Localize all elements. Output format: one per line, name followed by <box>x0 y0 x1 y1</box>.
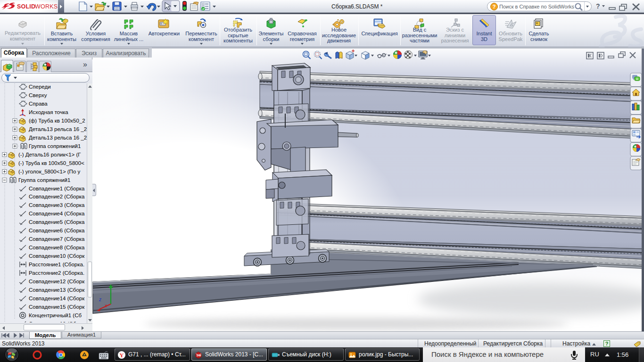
svg-text:Совпадение6 (Сборка: Совпадение6 (Сборка <box>29 228 85 233</box>
svg-text:Деталь13 рельса 16 _2: Деталь13 рельса 16 _2 <box>29 135 87 140</box>
svg-text:Совпадение16 (Сборк: Совпадение16 (Сборк <box>29 321 85 322</box>
svg-text:Группа сопряжений1: Группа сопряжений1 <box>29 143 81 149</box>
svg-text:Концентричный1 (Сб: Концентричный1 (Сб <box>29 313 82 318</box>
svg-text:Деталь13 рельса 16 _2: Деталь13 рельса 16 _2 <box>29 126 87 132</box>
svg-text:Совпадение12 (Сборк: Совпадение12 (Сборк <box>29 279 85 284</box>
svg-text:Y: Y <box>119 352 124 359</box>
svg-text:Группа сопряжений1: Группа сопряжений1 <box>18 177 70 183</box>
svg-text:Расстояние1 (Сборка.: Расстояние1 (Сборка. <box>29 262 84 267</box>
svg-text:Совпадение8 (Сборка: Совпадение8 (Сборка <box>29 245 85 250</box>
svg-text:Справа: Справа <box>29 101 48 107</box>
svg-text:(ф) Труба кв 100x50_2: (ф) Труба кв 100x50_2 <box>29 118 85 123</box>
svg-text:(-) уголок_5800<1> (По у: (-) уголок_5800<1> (По у <box>18 169 80 174</box>
svg-text:?: ? <box>493 4 496 9</box>
svg-text:Совпадение4 (Сборка: Совпадение4 (Сборка <box>29 211 85 216</box>
svg-text:Совпадение14 (Сборк: Совпадение14 (Сборк <box>29 296 85 301</box>
svg-text:Сверху: Сверху <box>29 92 47 98</box>
svg-text:Совпадение3 (Сборка: Совпадение3 (Сборка <box>29 202 85 208</box>
svg-text:SW: SW <box>197 354 201 357</box>
svg-text:Расстояние2 (Сборка.: Расстояние2 (Сборка. <box>29 270 84 276</box>
svg-text:Совпадение1 (Сборка: Совпадение1 (Сборка <box>29 186 85 191</box>
svg-text:(-) Деталь16 ролик<1> (Г: (-) Деталь16 ролик<1> (Г <box>18 152 81 157</box>
svg-text:Совпадение13 (Сборк: Совпадение13 (Сборк <box>29 287 85 293</box>
svg-text:WORKS: WORKS <box>35 3 58 10</box>
svg-text:Совпадение7 (Сборка: Совпадение7 (Сборка <box>29 236 85 242</box>
svg-text:Совпадение10 (Сборк: Совпадение10 (Сборк <box>29 253 85 259</box>
svg-text:SOLID: SOLID <box>17 3 35 10</box>
svg-text:Исходная точка: Исходная точка <box>29 109 68 115</box>
svg-text:Совпадение2 (Сборка: Совпадение2 (Сборка <box>29 194 85 199</box>
svg-text:Совпадение5 (Сборка: Совпадение5 (Сборка <box>29 219 85 225</box>
svg-text:Спереди: Спереди <box>29 84 51 90</box>
svg-text:Совпадение15 (Сборк: Совпадение15 (Сборк <box>29 304 85 310</box>
svg-text:(-) Труба кв 100x50_5800<: (-) Труба кв 100x50_5800< <box>18 160 84 166</box>
